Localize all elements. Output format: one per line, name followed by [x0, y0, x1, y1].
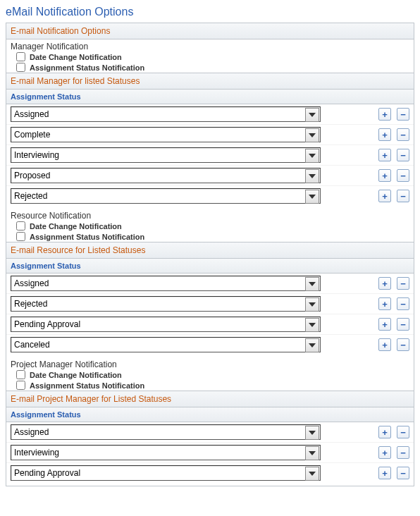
- notify-checkbox[interactable]: [16, 221, 25, 231]
- group-label: Manager Notification: [6, 39, 414, 51]
- chevron-down-icon[interactable]: [305, 338, 319, 352]
- status-row: Assigned+−: [6, 104, 414, 125]
- add-row-button[interactable]: +: [378, 169, 391, 182]
- checkbox-label: Assignment Status Notification: [30, 63, 144, 72]
- remove-row-button[interactable]: −: [397, 108, 409, 121]
- checkbox-row: Assignment Status Notification: [6, 231, 414, 242]
- remove-row-button[interactable]: −: [397, 338, 409, 351]
- group-label: Resource Notification: [6, 209, 414, 221]
- chevron-down-icon[interactable]: [305, 467, 319, 481]
- assignment-status-select[interactable]: Proposed: [11, 168, 321, 183]
- checkbox-label: Assignment Status Notification: [30, 233, 144, 241]
- select-value: Complete: [14, 128, 50, 142]
- add-row-button[interactable]: +: [378, 149, 391, 161]
- group-label: Project Manager Notification: [6, 357, 414, 369]
- checkbox-row: Assignment Status Notification: [6, 62, 414, 73]
- select-value: Interviewing: [14, 446, 59, 460]
- status-row: Proposed+−: [6, 166, 414, 186]
- select-value: Pending Approval: [14, 317, 80, 331]
- add-row-button[interactable]: +: [378, 297, 391, 310]
- checkbox-label: Assignment Status Notification: [30, 381, 144, 390]
- add-row-button[interactable]: +: [378, 338, 391, 351]
- select-value: Assigned: [14, 425, 49, 439]
- status-row: Pending Approval+−: [6, 463, 414, 483]
- status-rows: Assigned+−Rejected+−Pending Approval+−Ca…: [6, 274, 414, 357]
- chevron-down-icon[interactable]: [305, 426, 319, 440]
- select-value: Assigned: [14, 107, 49, 121]
- add-row-button[interactable]: +: [378, 318, 391, 331]
- status-list-heading: E-mail Project Manager for Listed Status…: [6, 391, 414, 407]
- status-rows: Assigned+−Interviewing+−Pending Approval…: [6, 422, 414, 486]
- remove-row-button[interactable]: −: [397, 446, 409, 459]
- notify-checkbox[interactable]: [16, 370, 25, 379]
- select-value: Assigned: [14, 276, 49, 290]
- remove-row-button[interactable]: −: [397, 467, 409, 479]
- remove-row-button[interactable]: −: [397, 128, 409, 141]
- add-row-button[interactable]: +: [378, 128, 391, 141]
- checkbox-row: Date Change Notification: [6, 369, 414, 380]
- assignment-status-select[interactable]: Pending Approval: [11, 465, 321, 481]
- add-row-button[interactable]: +: [378, 467, 391, 479]
- column-header: Assignment Status: [6, 90, 414, 104]
- checkbox-label: Date Change Notification: [30, 222, 122, 231]
- assignment-status-select[interactable]: Canceled: [11, 337, 321, 352]
- add-row-button[interactable]: +: [378, 426, 391, 438]
- column-header: Assignment Status: [6, 407, 414, 422]
- chevron-down-icon[interactable]: [305, 128, 319, 142]
- chevron-down-icon[interactable]: [305, 149, 319, 163]
- assignment-status-select[interactable]: Rejected: [11, 188, 321, 204]
- assignment-status-select[interactable]: Interviewing: [11, 445, 321, 460]
- select-value: Interviewing: [14, 148, 59, 162]
- notify-checkbox[interactable]: [16, 232, 25, 241]
- add-row-button[interactable]: +: [378, 446, 391, 459]
- select-value: Rejected: [14, 297, 47, 311]
- notify-checkbox[interactable]: [16, 63, 25, 72]
- status-row: Assigned+−: [6, 274, 414, 294]
- assignment-status-select[interactable]: Interviewing: [11, 147, 321, 163]
- chevron-down-icon[interactable]: [305, 318, 319, 332]
- checkbox-row: Assignment Status Notification: [6, 380, 414, 391]
- checkbox-row: Date Change Notification: [6, 221, 414, 231]
- select-value: Pending Approval: [14, 466, 80, 480]
- assignment-status-select[interactable]: Assigned: [11, 424, 321, 440]
- chevron-down-icon[interactable]: [305, 190, 319, 204]
- status-list-heading: E-mail Resource for Listed Statuses: [6, 242, 414, 259]
- page-title: eMail Notification Options: [6, 6, 414, 18]
- status-row: Interviewing+−: [6, 145, 414, 166]
- chevron-down-icon[interactable]: [305, 169, 319, 183]
- chevron-down-icon[interactable]: [305, 108, 319, 122]
- add-row-button[interactable]: +: [378, 108, 391, 121]
- assignment-status-select[interactable]: Pending Approval: [11, 317, 321, 332]
- remove-row-button[interactable]: −: [397, 149, 409, 161]
- remove-row-button[interactable]: −: [397, 277, 409, 290]
- remove-row-button[interactable]: −: [397, 426, 409, 438]
- remove-row-button[interactable]: −: [397, 297, 409, 310]
- chevron-down-icon[interactable]: [305, 277, 319, 291]
- select-value: Canceled: [14, 338, 50, 352]
- status-row: Rejected+−: [6, 186, 414, 206]
- notify-checkbox[interactable]: [16, 381, 25, 390]
- status-row: Pending Approval+−: [6, 314, 414, 335]
- remove-row-button[interactable]: −: [397, 318, 409, 331]
- assignment-status-select[interactable]: Assigned: [11, 276, 321, 291]
- column-header: Assignment Status: [6, 259, 414, 274]
- checkbox-label: Date Change Notification: [30, 53, 122, 61]
- remove-row-button[interactable]: −: [397, 169, 409, 182]
- chevron-down-icon[interactable]: [305, 297, 319, 312]
- notify-checkbox[interactable]: [16, 52, 25, 61]
- assignment-status-select[interactable]: Assigned: [11, 106, 321, 122]
- box-heading: E-mail Notification Options: [6, 23, 414, 39]
- assignment-status-select[interactable]: Complete: [11, 127, 321, 142]
- add-row-button[interactable]: +: [378, 190, 391, 202]
- select-value: Proposed: [14, 168, 50, 183]
- options-box: E-mail Notification Options Manager Noti…: [6, 23, 414, 486]
- remove-row-button[interactable]: −: [397, 190, 409, 202]
- status-row: Rejected+−: [6, 294, 414, 314]
- status-row: Complete+−: [6, 125, 414, 145]
- select-value: Rejected: [14, 189, 47, 203]
- add-row-button[interactable]: +: [378, 277, 391, 290]
- assignment-status-select[interactable]: Rejected: [11, 296, 321, 312]
- chevron-down-icon[interactable]: [305, 446, 319, 460]
- status-row: Canceled+−: [6, 335, 414, 355]
- status-rows: Assigned+−Complete+−Interviewing+−Propos…: [6, 104, 414, 209]
